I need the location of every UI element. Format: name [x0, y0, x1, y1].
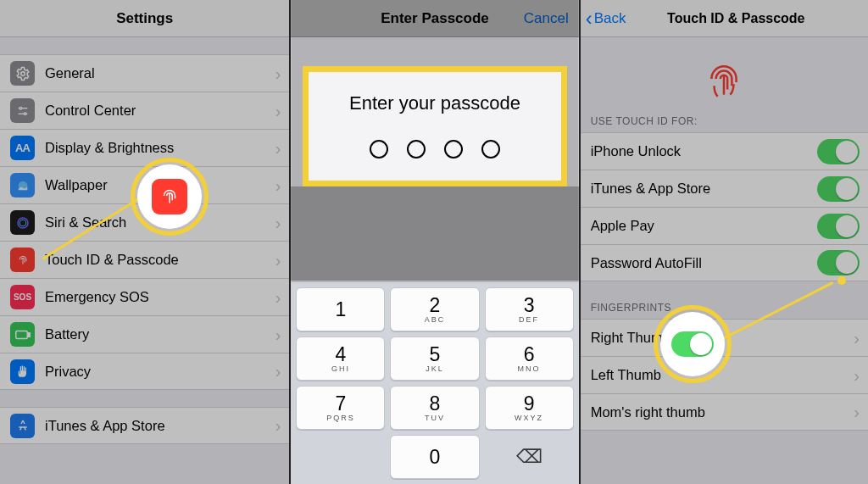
- fingerprint-left-thumb[interactable]: Left Thumb ›: [581, 356, 868, 393]
- hand-icon: [10, 359, 35, 384]
- use-touchid-group: USE TOUCH ID FOR: iPhone Unlock iTunes &…: [581, 112, 868, 281]
- row-label: Display & Brightness: [45, 140, 275, 156]
- row-label: Mom's right thumb: [591, 404, 854, 420]
- nav-bar: Enter Passcode Cancel: [291, 0, 578, 37]
- settings-row-general[interactable]: General ›: [0, 54, 289, 92]
- settings-row-sos[interactable]: SOS Emergency SOS ›: [0, 278, 289, 315]
- row-label: Siri & Search: [45, 214, 275, 231]
- settings-row-wallpaper[interactable]: Wallpaper ›: [0, 166, 289, 203]
- row-label: iPhone Unlock: [591, 143, 817, 159]
- toggle-apple-pay[interactable]: Apple Pay: [581, 207, 868, 244]
- row-label: Battery: [45, 326, 275, 342]
- switch-toggle[interactable]: [817, 176, 860, 202]
- chevron-right-icon: ›: [275, 289, 281, 306]
- sos-icon: SOS: [10, 285, 35, 309]
- row-label: Apple Pay: [591, 218, 817, 234]
- settings-row-display[interactable]: AA Display & Brightness ›: [0, 129, 289, 166]
- key-2[interactable]: 2ABC: [390, 287, 479, 331]
- key-backspace[interactable]: ⌫: [485, 435, 574, 479]
- chevron-right-icon: ›: [854, 403, 860, 420]
- key-7[interactable]: 7PQRS: [296, 386, 385, 430]
- settings-group-main: General › Control Center › AA Display & …: [0, 54, 289, 390]
- fingerprint-hero-icon: [581, 37, 868, 105]
- wallpaper-icon: [10, 173, 35, 197]
- fingerprint-icon: [10, 248, 35, 272]
- chevron-right-icon: ›: [275, 65, 281, 82]
- settings-row-battery[interactable]: Battery ›: [0, 315, 289, 353]
- siri-icon: [10, 210, 35, 235]
- nav-title: Enter Passcode: [381, 10, 489, 27]
- row-label: Password AutoFill: [591, 255, 817, 271]
- passcode-dot: [370, 140, 388, 159]
- passcode-dots: [317, 140, 552, 159]
- cancel-button[interactable]: Cancel: [524, 0, 569, 37]
- touchid-panel: ‹ Back Touch ID & Passcode USE TOUCH ID …: [579, 0, 868, 484]
- row-label: Control Center: [45, 103, 275, 119]
- row-label: Touch ID & Passcode: [45, 252, 275, 268]
- toggle-itunes-appstore[interactable]: iTunes & App Store: [581, 170, 868, 207]
- passcode-dot: [444, 140, 463, 159]
- toggle-password-autofill[interactable]: Password AutoFill: [581, 244, 868, 281]
- row-label: iTunes & App Store: [591, 181, 817, 197]
- passcode-prompt: Enter your passcode: [317, 92, 552, 114]
- settings-row-control-center[interactable]: Control Center ›: [0, 92, 289, 129]
- backspace-icon: ⌫: [516, 446, 542, 468]
- row-label: Emergency SOS: [45, 289, 275, 305]
- nav-title: Settings: [116, 10, 173, 27]
- key-3[interactable]: 3DEF: [485, 287, 574, 331]
- chevron-right-icon: ›: [275, 214, 281, 231]
- sliders-icon: [10, 98, 35, 123]
- section-header: USE TOUCH ID FOR:: [581, 112, 868, 132]
- battery-icon: [10, 322, 35, 347]
- fingerprints-group: FINGERPRINTS Right Thumb › Left Thumb › …: [581, 298, 868, 431]
- row-label: Privacy: [45, 364, 275, 380]
- switch-toggle[interactable]: [817, 139, 860, 164]
- svg-point-9: [19, 220, 26, 226]
- svg-rect-11: [28, 332, 30, 337]
- back-button[interactable]: ‹ Back: [586, 0, 626, 37]
- svg-point-4: [24, 113, 26, 115]
- row-label: iTunes & App Store: [45, 418, 275, 434]
- row-label: Wallpaper: [45, 177, 275, 193]
- key-5[interactable]: 5JKL: [390, 337, 479, 381]
- chevron-left-icon: ‹: [586, 8, 593, 29]
- chevron-right-icon: ›: [275, 177, 281, 194]
- settings-row-siri[interactable]: Siri & Search ›: [0, 203, 289, 241]
- switch-toggle[interactable]: [817, 214, 860, 239]
- key-blank: [296, 435, 385, 479]
- row-label: General: [45, 65, 275, 81]
- key-6[interactable]: 6MNO: [485, 337, 574, 381]
- back-label: Back: [594, 10, 626, 27]
- settings-row-privacy[interactable]: Privacy ›: [0, 353, 289, 390]
- nav-bar: ‹ Back Touch ID & Passcode: [581, 0, 868, 37]
- chevron-right-icon: ›: [275, 326, 281, 343]
- chevron-right-icon: ›: [854, 330, 860, 347]
- nav-bar: Settings: [0, 0, 289, 37]
- svg-point-0: [20, 71, 25, 75]
- numeric-keypad: 1 2ABC 3DEF 4GHI 5JKL 6MNO 7PQRS 8TUV 9W…: [291, 282, 578, 484]
- key-1[interactable]: 1: [296, 287, 385, 331]
- toggle-iphone-unlock[interactable]: iPhone Unlock: [581, 132, 868, 170]
- switch-toggle[interactable]: [817, 250, 860, 275]
- settings-row-appstore[interactable]: iTunes & App Store ›: [0, 407, 289, 444]
- passcode-prompt-card: Enter your passcode: [303, 66, 566, 186]
- chevron-right-icon: ›: [275, 363, 281, 380]
- key-8[interactable]: 8TUV: [390, 386, 479, 430]
- row-label: Left Thumb: [591, 367, 854, 383]
- svg-rect-10: [15, 331, 27, 338]
- key-4[interactable]: 4GHI: [296, 337, 385, 381]
- settings-group-store: iTunes & App Store ›: [0, 407, 289, 444]
- chevron-right-icon: ›: [275, 252, 281, 269]
- fingerprint-moms-right-thumb[interactable]: Mom's right thumb ›: [581, 393, 868, 431]
- key-0[interactable]: 0: [390, 435, 479, 479]
- svg-point-1: [19, 107, 22, 109]
- passcode-dot: [481, 140, 500, 159]
- key-9[interactable]: 9WXYZ: [485, 386, 574, 430]
- text-size-icon: AA: [10, 136, 35, 160]
- passcode-panel: Enter Passcode Cancel Enter your passcod…: [289, 0, 578, 484]
- settings-panel: Settings General › Control Center › AA D…: [0, 0, 289, 484]
- chevron-right-icon: ›: [275, 103, 281, 120]
- section-header: FINGERPRINTS: [581, 298, 868, 319]
- appstore-icon: [10, 414, 35, 438]
- nav-title: Touch ID & Passcode: [667, 11, 804, 26]
